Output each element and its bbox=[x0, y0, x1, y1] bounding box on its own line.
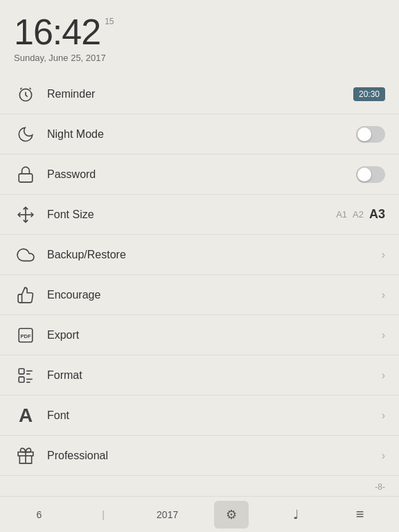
reminder-right: 20:30 bbox=[353, 87, 385, 101]
tab-year-label: 2017 bbox=[157, 509, 178, 520]
tab-divider: | bbox=[86, 501, 121, 529]
encourage-right: › bbox=[382, 289, 385, 301]
password-right[interactable] bbox=[356, 166, 385, 183]
font-size-a2[interactable]: A2 bbox=[353, 209, 364, 220]
font-label: Font bbox=[47, 409, 382, 422]
professional-item[interactable]: Professional › bbox=[0, 436, 399, 476]
font-size-a1[interactable]: A1 bbox=[336, 209, 347, 220]
clock-icon bbox=[14, 82, 37, 106]
night-mode-item[interactable]: Night Mode bbox=[0, 114, 399, 154]
move-icon bbox=[14, 203, 37, 227]
format-item[interactable]: Format › bbox=[0, 355, 399, 396]
svg-rect-3 bbox=[19, 173, 33, 181]
svg-text:PDF: PDF bbox=[20, 333, 31, 339]
export-right: › bbox=[382, 329, 385, 342]
tab-year[interactable]: 2017 bbox=[150, 501, 185, 529]
tab-6[interactable]: 6 bbox=[21, 501, 56, 529]
format-chevron: › bbox=[382, 369, 385, 382]
night-mode-label: Night Mode bbox=[47, 128, 356, 141]
thumbs-up-icon bbox=[14, 283, 37, 307]
professional-label: Professional bbox=[47, 450, 382, 462]
tab-bar: 6 | 2017 ⚙ ♩ ≡ bbox=[0, 496, 399, 532]
gift-icon bbox=[14, 444, 37, 468]
tab-divider-label: | bbox=[102, 509, 105, 520]
encourage-label: Encourage bbox=[47, 289, 382, 301]
page-number: -8- bbox=[375, 482, 385, 492]
font-item[interactable]: A Font › bbox=[0, 396, 399, 436]
tab-settings[interactable]: ⚙ bbox=[214, 501, 249, 529]
settings-menu: Reminder 20:30 Night Mode Password Font … bbox=[0, 74, 399, 476]
date-label: Sunday, June 25, 2017 bbox=[14, 53, 385, 63]
backup-item[interactable]: Backup/Restore › bbox=[0, 235, 399, 275]
tab-hamburger[interactable]: ≡ bbox=[343, 501, 378, 529]
moon-icon bbox=[14, 123, 37, 146]
font-size-a3[interactable]: A3 bbox=[369, 207, 385, 222]
font-size-item[interactable]: Font Size A1 A2 A3 bbox=[0, 195, 399, 235]
format-label: Format bbox=[47, 369, 382, 382]
reminder-item[interactable]: Reminder 20:30 bbox=[0, 74, 399, 114]
pdf-icon: PDF bbox=[14, 323, 37, 347]
night-mode-toggle[interactable] bbox=[356, 126, 385, 143]
export-label: Export bbox=[47, 329, 382, 342]
encourage-item[interactable]: Encourage › bbox=[0, 275, 399, 315]
cloud-icon bbox=[14, 243, 37, 267]
backup-chevron: › bbox=[382, 249, 385, 261]
font-icon: A bbox=[14, 404, 37, 427]
reminder-badge: 20:30 bbox=[353, 87, 385, 101]
professional-right: › bbox=[382, 450, 385, 462]
password-label: Password bbox=[47, 168, 356, 181]
lock-icon bbox=[14, 163, 37, 186]
font-a-glyph: A bbox=[19, 406, 33, 425]
settings-icon: ⚙ bbox=[226, 507, 237, 522]
backup-label: Backup/Restore bbox=[47, 249, 382, 261]
password-item[interactable]: Password bbox=[0, 154, 399, 195]
tab-6-label: 6 bbox=[36, 509, 42, 520]
svg-line-1 bbox=[20, 87, 21, 89]
font-right: › bbox=[382, 409, 385, 422]
tab-music[interactable]: ♩ bbox=[278, 501, 313, 529]
header: 16:42 15 Sunday, June 25, 2017 bbox=[0, 0, 399, 69]
night-mode-right[interactable] bbox=[356, 126, 385, 143]
hamburger-icon: ≡ bbox=[356, 506, 364, 522]
format-icon bbox=[14, 364, 37, 387]
font-size-options: A1 A2 A3 bbox=[336, 207, 385, 222]
export-chevron: › bbox=[382, 329, 385, 342]
svg-line-2 bbox=[30, 87, 31, 89]
font-size-label: Font Size bbox=[47, 209, 336, 221]
format-right: › bbox=[382, 369, 385, 382]
font-chevron: › bbox=[382, 409, 385, 422]
battery-indicator: 15 bbox=[105, 17, 114, 26]
backup-right: › bbox=[382, 249, 385, 261]
professional-chevron: › bbox=[382, 450, 385, 462]
svg-rect-9 bbox=[19, 377, 24, 382]
music-icon: ♩ bbox=[293, 507, 299, 522]
password-toggle[interactable] bbox=[356, 166, 385, 183]
clock-time: 16:42 bbox=[14, 14, 100, 50]
reminder-label: Reminder bbox=[47, 88, 353, 100]
svg-rect-8 bbox=[19, 369, 24, 374]
encourage-chevron: › bbox=[382, 289, 385, 301]
export-item[interactable]: PDF Export › bbox=[0, 315, 399, 355]
